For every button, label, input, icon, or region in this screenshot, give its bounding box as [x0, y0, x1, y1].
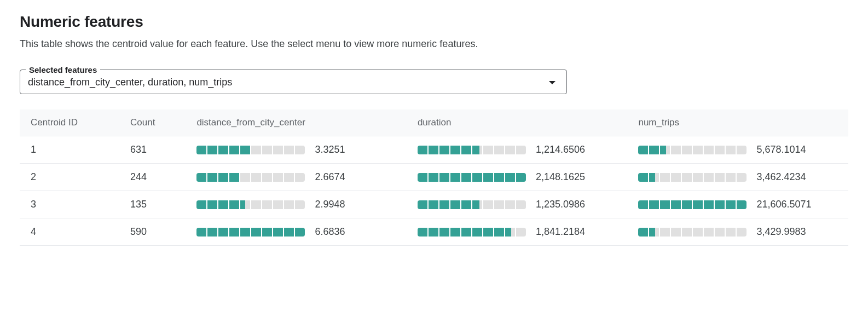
cell-distance: 3.3251: [186, 136, 407, 164]
value-duration: 1,214.6506: [536, 144, 601, 155]
cell-centroid-id: 3: [20, 191, 119, 218]
cell-duration: 1,841.2184: [407, 218, 628, 246]
cell-distance: 6.6836: [186, 218, 407, 246]
cell-count: 631: [119, 136, 186, 164]
cell-num-trips: 3,462.4234: [627, 164, 848, 191]
col-duration: duration: [407, 109, 628, 136]
cell-num-trips: 5,678.1014: [627, 136, 848, 164]
bar-indicator: [638, 228, 747, 237]
cell-num-trips: 21,606.5071: [627, 191, 848, 218]
cell-duration: 2,148.1625: [407, 164, 628, 191]
cell-distance: 2.9948: [186, 191, 407, 218]
bar-indicator: [418, 146, 526, 154]
bar-indicator: [196, 173, 305, 182]
cell-count: 590: [119, 218, 186, 246]
value-distance: 6.6836: [315, 226, 380, 238]
centroid-table: Centroid ID Count distance_from_city_cen…: [20, 109, 848, 246]
bar-indicator: [638, 200, 747, 209]
cell-duration: 1,214.6506: [407, 136, 628, 164]
value-distance: 3.3251: [315, 144, 380, 155]
value-distance: 2.6674: [315, 171, 380, 183]
bar-indicator: [638, 146, 747, 154]
cell-num-trips: 3,429.9983: [627, 218, 848, 246]
col-centroid-id: Centroid ID: [20, 109, 119, 136]
select-value: distance_from_city_center, duration, num…: [28, 77, 232, 88]
table-row: 22442.66742,148.16253,462.4234: [20, 164, 848, 191]
cell-count: 135: [119, 191, 186, 218]
bar-indicator: [638, 173, 747, 182]
cell-centroid-id: 1: [20, 136, 119, 164]
value-num-trips: 5,678.1014: [756, 144, 822, 155]
cell-centroid-id: 2: [20, 164, 119, 191]
value-duration: 2,148.1625: [536, 171, 601, 183]
value-num-trips: 3,429.9983: [756, 226, 822, 238]
bar-indicator: [418, 228, 526, 237]
selected-features-select[interactable]: Selected features distance_from_city_cen…: [20, 65, 567, 94]
col-distance: distance_from_city_center: [186, 109, 407, 136]
table-row: 31352.99481,235.098621,606.5071: [20, 191, 848, 218]
bar-indicator: [196, 146, 305, 154]
bar-indicator: [418, 173, 526, 182]
value-duration: 1,235.0986: [536, 199, 601, 210]
cell-centroid-id: 4: [20, 218, 119, 246]
bar-indicator: [196, 200, 305, 209]
value-num-trips: 3,462.4234: [756, 171, 822, 183]
table-row: 45906.68361,841.21843,429.9983: [20, 218, 848, 246]
value-num-trips: 21,606.5071: [756, 199, 822, 210]
chevron-down-icon: [549, 81, 555, 84]
page-title: Numeric features: [20, 13, 848, 31]
cell-count: 244: [119, 164, 186, 191]
page-subtitle: This table shows the centroid value for …: [20, 38, 848, 50]
bar-indicator: [418, 200, 526, 209]
cell-distance: 2.6674: [186, 164, 407, 191]
bar-indicator: [196, 228, 305, 237]
table-row: 16313.32511,214.65065,678.1014: [20, 136, 848, 164]
col-num-trips: num_trips: [627, 109, 848, 136]
value-duration: 1,841.2184: [536, 226, 601, 238]
col-count: Count: [119, 109, 186, 136]
select-label: Selected features: [26, 65, 100, 74]
value-distance: 2.9948: [315, 199, 380, 210]
cell-duration: 1,235.0986: [407, 191, 628, 218]
